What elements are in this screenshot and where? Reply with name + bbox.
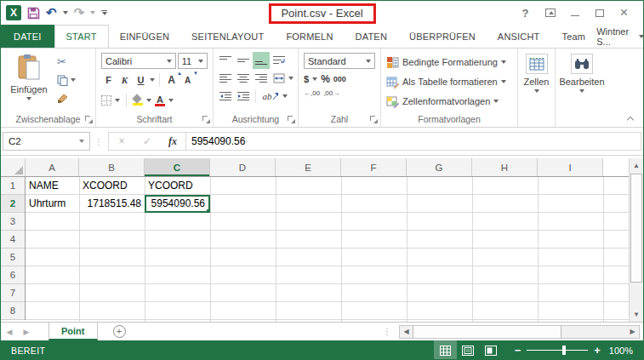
tab-formeln[interactable]: FORMELN [275,25,344,48]
conditional-formatting-button[interactable]: Bedingte Formatierung [386,54,514,71]
cell-styles-button[interactable]: Zellenformatvorlagen [386,93,514,110]
account-menu[interactable]: Wintner S... [596,25,644,48]
scroll-left-icon[interactable]: ◀ [400,326,413,338]
column-header-c[interactable]: C [145,158,210,176]
italic-button[interactable]: K [117,72,132,88]
increase-indent-button[interactable] [235,88,252,105]
save-icon[interactable] [27,7,40,20]
tab-ansicht[interactable]: ANSICHT [487,25,551,48]
undo-dropdown-icon[interactable] [63,11,68,14]
formula-bar-splitter[interactable]: ⋮ [94,137,104,146]
restore-button[interactable] [587,3,612,22]
font-color-dropdown-icon[interactable] [168,99,174,102]
cell-b1[interactable]: XCOORD [79,177,145,195]
zoom-out-button[interactable]: − [515,346,521,356]
horizontal-scrollbar[interactable]: ◀ ▶ [399,325,640,339]
currency-button[interactable]: $ [304,74,309,84]
paste-button[interactable]: Einfügen [8,54,50,111]
help-button[interactable]: ? [513,3,538,22]
tab-seitenlayout[interactable]: SEITENLAYOUT [180,25,275,48]
zoom-in-button[interactable]: + [594,346,601,356]
row-header-3[interactable]: 3 [1,213,25,231]
sheet-tab-point[interactable]: Point [48,323,98,340]
cell-c2-selected[interactable]: 5954090.56 [145,195,210,213]
align-right-button[interactable] [253,70,270,87]
collapse-ribbon-icon[interactable] [627,117,635,122]
cut-button[interactable]: ✂ [55,54,77,69]
enter-icon[interactable]: ✓ [134,135,160,147]
cancel-icon[interactable]: × [109,135,134,147]
underline-dropdown-icon[interactable] [150,78,155,82]
redo-button[interactable]: ↷ [74,6,85,20]
name-box[interactable]: C2 [3,132,90,151]
align-left-button[interactable] [217,70,234,87]
percent-button[interactable]: % [321,73,330,85]
page-layout-view-button[interactable] [457,340,480,360]
insert-function-button[interactable]: fx [160,135,185,148]
close-button[interactable]: × [612,3,636,22]
vertical-scrollbar[interactable]: ▲ ▼ [629,158,643,322]
align-center-button[interactable] [235,70,252,87]
underline-button[interactable]: U [134,72,148,88]
sheet-nav-right-icon[interactable]: ▶ [18,323,35,340]
column-header-e[interactable]: E [276,158,341,176]
select-all-corner[interactable] [1,158,26,176]
row-header-7[interactable]: 7 [1,284,25,302]
orientation-dropdown-icon[interactable] [282,94,288,98]
horizontal-scroll-thumb[interactable] [413,326,561,338]
borders-button[interactable] [101,92,111,109]
column-header-f[interactable]: F [341,158,407,176]
column-header-b[interactable]: B [79,158,145,176]
row-header-6[interactable]: 6 [1,266,25,284]
fill-color-button[interactable] [133,92,143,109]
decrease-decimal-button[interactable]: ,00→ [323,90,339,97]
fill-handle[interactable] [206,209,210,213]
decrease-font-button[interactable]: A▼ [180,72,195,88]
minimize-button[interactable] [562,3,587,22]
tab-start[interactable]: START [54,25,109,48]
tab-einfuegen[interactable]: EINFÜGEN [109,25,180,48]
tab-scroll-splitter[interactable]: ⋮ [383,327,392,336]
increase-decimal-button[interactable]: ←,00 [304,90,320,97]
column-header-a[interactable]: A [26,158,79,176]
zoom-slider[interactable] [527,346,588,355]
tab-daten[interactable]: DATEN [345,25,398,48]
zoom-slider-thumb[interactable] [562,346,566,355]
font-name-combo[interactable]: Calibri [101,53,176,69]
wrap-text-button[interactable] [271,52,288,69]
page-break-view-button[interactable] [480,340,503,360]
row-header-2[interactable]: 2 [1,195,25,213]
editing-button[interactable]: Bearbeiten [556,54,608,93]
format-painter-button[interactable] [55,91,77,106]
new-sheet-button[interactable]: + [113,325,126,338]
undo-button[interactable]: ↶ [46,6,57,20]
cells-button[interactable]: Zellen [518,54,555,93]
format-as-table-button[interactable]: Als Tabelle formatieren [386,73,514,90]
bottom-align-button[interactable] [253,52,270,69]
thousands-separator-button[interactable]: 000 [333,75,346,83]
vertical-scroll-thumb[interactable] [630,174,642,283]
merge-center-button[interactable] [271,70,288,87]
cell-b2[interactable]: 1718515.48 [79,195,145,213]
column-header-i[interactable]: I [538,158,603,176]
decrease-indent-button[interactable] [217,88,234,105]
scroll-right-icon[interactable]: ▶ [626,326,639,338]
cell-c1[interactable]: YCOORD [145,177,210,195]
sheet-nav-left-icon[interactable]: ◀ [1,323,18,340]
cell-a2[interactable]: Uhrturm [26,195,79,213]
scroll-up-icon[interactable]: ▲ [630,158,643,173]
orientation-button[interactable]: ab [259,88,282,105]
font-size-combo[interactable]: 11 [178,53,208,69]
normal-view-button[interactable] [434,340,457,360]
row-header-4[interactable]: 4 [1,231,25,249]
copy-button[interactable] [55,72,77,88]
fill-color-dropdown-icon[interactable] [146,99,151,102]
tab-team[interactable]: Team [551,25,597,48]
number-format-combo[interactable]: Standard [304,53,375,69]
bold-button[interactable]: F [101,72,116,88]
cells-area[interactable]: NAME XCOORD YCOORD Uhrturm 1718515.48 59… [26,177,629,322]
currency-dropdown-icon[interactable] [312,77,317,81]
increase-font-button[interactable]: A▲ [164,72,179,88]
tab-ueberpruefen[interactable]: ÜBERPRÜFEN [398,25,487,48]
top-align-button[interactable] [217,52,234,69]
